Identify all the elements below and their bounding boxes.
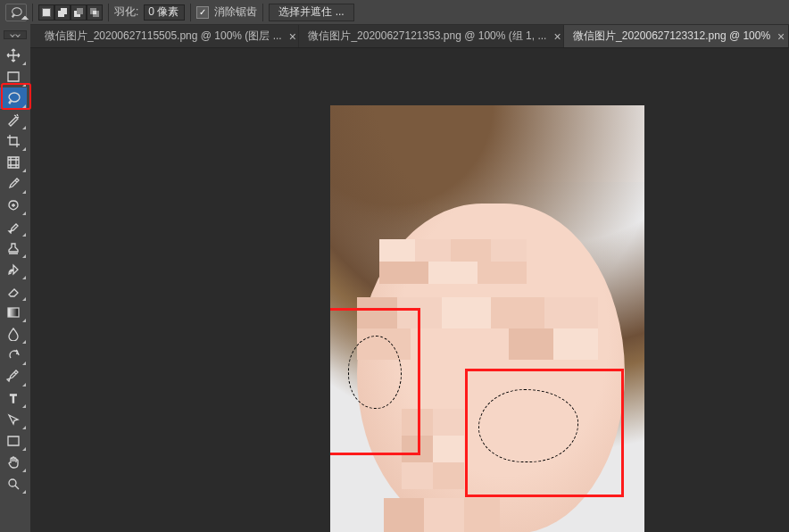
type-icon: T [6, 391, 21, 405]
tab-label: 微信图片_20200627121353.png @ 100% (组 1, ... [308, 29, 546, 44]
svg-rect-3 [77, 8, 83, 14]
eyedropper-icon [6, 177, 21, 191]
eraser-tool[interactable] [0, 280, 27, 302]
antialias-checkbox[interactable]: ✓ [196, 6, 209, 19]
lasso-icon [6, 91, 21, 105]
healing-brush-icon [6, 198, 21, 212]
path-select-tool[interactable] [0, 409, 27, 430]
zoom-tool[interactable] [0, 473, 27, 495]
gradient-tool[interactable] [0, 302, 27, 323]
document-tab[interactable]: 微信图片_20200627115505.png @ 100% (图层 ...× [36, 25, 299, 47]
feather-label: 羽化: [114, 4, 138, 20]
selection-add[interactable] [54, 4, 71, 21]
crop-tool[interactable] [0, 130, 27, 152]
selection-marquee-left [348, 336, 402, 409]
document-tab[interactable]: 微信图片_20200627123312.png @ 100%× [564, 25, 789, 47]
close-icon[interactable]: × [289, 30, 296, 43]
canvas[interactable] [330, 105, 644, 532]
antialias-label: 消除锯齿 [214, 4, 257, 20]
mosaic-mouth [384, 498, 500, 532]
pen-icon [6, 370, 21, 384]
svg-text:T: T [10, 393, 17, 405]
selection-mode-group [38, 4, 103, 21]
zoom-icon [6, 477, 21, 491]
close-icon[interactable]: × [553, 30, 561, 43]
selection-subtract[interactable] [71, 4, 87, 21]
hand-tool[interactable] [0, 452, 27, 473]
toolbox-collapse[interactable] [4, 30, 27, 39]
blur-icon [6, 327, 21, 341]
shape-tool[interactable] [0, 430, 27, 452]
selection-marquee-right [478, 389, 578, 462]
svg-rect-1 [61, 8, 67, 14]
move-tool[interactable] [0, 45, 27, 66]
selection-new[interactable] [38, 4, 54, 21]
add-icon [57, 7, 68, 18]
options-bar: 羽化: ✓ 消除锯齿 选择并遮住 ... [0, 0, 789, 25]
type-tool[interactable]: T [0, 387, 27, 409]
subtract-icon [73, 7, 84, 18]
healing-brush-tool[interactable] [0, 195, 27, 216]
divider [262, 4, 263, 21]
mosaic-forehead [379, 239, 527, 284]
toolbox: T [0, 23, 30, 532]
move-icon [6, 48, 21, 62]
history-brush-icon [6, 262, 21, 277]
gradient-icon [6, 305, 21, 320]
divider [190, 4, 191, 21]
document-tab[interactable]: 微信图片_20200627121353.png @ 100% (组 1, ...… [299, 25, 564, 47]
crop-icon [6, 134, 21, 148]
pen-tool[interactable] [0, 366, 27, 387]
lasso-tool[interactable] [0, 87, 27, 109]
svg-rect-6 [93, 11, 96, 14]
tab-label: 微信图片_20200627123312.png @ 100% [573, 29, 770, 44]
history-brush-tool[interactable] [0, 259, 27, 280]
brush-icon [6, 220, 21, 234]
shape-icon [6, 434, 21, 448]
select-and-mask-label: 选择并遮住 ... [278, 4, 344, 20]
magic-wand-tool[interactable] [0, 109, 27, 130]
hand-icon [6, 455, 21, 470]
rect-marquee-icon [6, 70, 21, 84]
dodge-icon [6, 348, 21, 362]
document-tabs: 微信图片_20200627115505.png @ 100% (图层 ...×微… [0, 25, 789, 48]
select-and-mask-button[interactable]: 选择并遮住 ... [269, 4, 353, 21]
active-tool-indicator[interactable] [5, 4, 27, 21]
eyedropper-tool[interactable] [0, 173, 27, 195]
svg-rect-7 [8, 308, 19, 317]
blur-tool[interactable] [0, 323, 27, 345]
clone-stamp-tool[interactable] [0, 237, 27, 259]
brush-tool[interactable] [0, 216, 27, 237]
frame-tool[interactable] [0, 152, 27, 173]
clone-stamp-icon [6, 241, 21, 255]
frame-icon [6, 155, 21, 170]
intersect-icon [89, 7, 100, 18]
lasso-icon [10, 6, 22, 19]
divider [32, 4, 33, 21]
magic-wand-icon [6, 112, 21, 127]
dodge-tool[interactable] [0, 345, 27, 366]
close-icon[interactable]: × [777, 30, 785, 43]
divider [108, 4, 109, 21]
path-select-icon [6, 412, 21, 427]
workspace [30, 48, 789, 532]
feather-input[interactable] [144, 4, 185, 21]
eraser-icon [6, 284, 21, 298]
rect-marquee-tool[interactable] [0, 66, 27, 87]
tab-label: 微信图片_20200627115505.png @ 100% (图层 ... [45, 29, 282, 44]
selection-intersect[interactable] [87, 4, 103, 21]
